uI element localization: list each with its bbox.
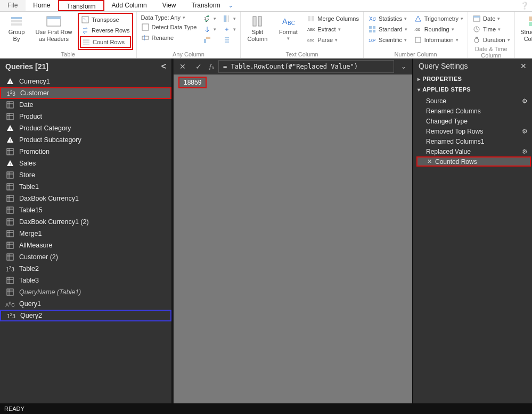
applied-step[interactable]: Replaced Value⚙ (416, 146, 531, 156)
query-item[interactable]: !Product Category (0, 122, 171, 134)
svg-rect-19 (228, 15, 229, 22)
extract-button[interactable]: ABC Extract ▾ (306, 24, 360, 34)
standard-button[interactable]: Standard ▾ (367, 24, 408, 34)
applied-steps-header[interactable]: APPLIED STEPS (413, 84, 532, 95)
parse-button[interactable]: abc Parse ▾ (306, 35, 360, 45)
properties-header[interactable]: PROPERTIES (413, 73, 532, 84)
step-label: Removed Top Rows (426, 128, 483, 135)
transpose-button[interactable]: Transpose (80, 15, 131, 24)
count-rows-button[interactable]: Count Rows (80, 36, 131, 48)
group-by-button[interactable]: Group By (3, 13, 30, 42)
query-type-icon (5, 101, 15, 109)
query-item[interactable]: Table3 (0, 275, 171, 286)
query-item[interactable]: Store (0, 169, 171, 181)
query-item[interactable]: Customer (2) (0, 251, 171, 263)
date-button[interactable]: Date ▾ (471, 14, 511, 23)
dropdown-icon: ▾ (405, 27, 407, 32)
step-settings-icon[interactable]: ⚙ (522, 148, 528, 155)
query-item[interactable]: QueryName (Table1) (0, 286, 171, 298)
help-icon[interactable]: ❔ (520, 2, 529, 10)
delete-step-icon[interactable]: ✕ (427, 158, 432, 165)
query-item[interactable]: Merge1 (0, 228, 171, 239)
replace-values-button[interactable]: 12 ▾ (202, 14, 217, 23)
ribbon-group-table: Group By Use First Row as Headers Transp… (0, 12, 137, 58)
query-item[interactable]: 123Customer (0, 87, 171, 99)
tab-home[interactable]: Home (26, 0, 58, 11)
data-type-button[interactable]: Data Type: Any ▾ (140, 14, 198, 21)
query-item[interactable]: Product (0, 111, 171, 122)
pivot-button[interactable] (202, 35, 217, 45)
detect-data-type-button[interactable]: Detect Data Type (140, 22, 198, 32)
rename-label: Rename (152, 35, 174, 41)
query-item-label: Table3 (19, 277, 39, 284)
query-item[interactable]: DaxBook Currency1 (0, 193, 171, 204)
query-item[interactable]: ABCQuery1 (0, 298, 171, 310)
query-item[interactable]: Promotion (0, 146, 171, 158)
expand-formula-icon[interactable]: ⌄ (398, 63, 409, 70)
applied-step[interactable]: ✕Counted Rows (416, 156, 531, 167)
svg-rect-74 (7, 219, 13, 225)
structured-column-button[interactable]: Structured Column ▾ (518, 13, 532, 48)
svg-rect-38 (415, 37, 421, 43)
applied-step[interactable]: Changed Type (416, 116, 531, 126)
fill-button[interactable]: ▾ (202, 24, 217, 34)
svg-text:abc: abc (307, 38, 314, 43)
query-item[interactable]: Table15 (0, 204, 171, 216)
query-type-icon: ABC (5, 301, 15, 308)
cancel-formula-icon[interactable]: ✕ (177, 62, 189, 71)
query-type-icon: ! (5, 78, 15, 85)
scientific-button[interactable]: 10² Scientific ▾ (367, 35, 408, 45)
applied-step[interactable]: Removed Top Rows⚙ (416, 126, 531, 136)
split-column-button[interactable]: Split Column (244, 13, 271, 42)
svg-rect-80 (7, 242, 13, 249)
tab-transform-2[interactable]: Transform (184, 0, 228, 11)
tab-view[interactable]: View (155, 0, 184, 11)
query-item[interactable]: 123Query2 (0, 310, 171, 321)
applied-step[interactable]: Source⚙ (416, 96, 531, 106)
query-item-label: Query1 (19, 300, 41, 308)
result-area: 18859 (174, 74, 412, 403)
query-item[interactable]: !Sales (0, 158, 171, 169)
trigonometry-button[interactable]: Trigonometry ▾ (413, 14, 464, 23)
query-item[interactable]: Table1 (0, 181, 171, 193)
tab-file[interactable]: File (0, 0, 26, 11)
formula-input[interactable]: = Table.RowCount(#"Replaced Value") (218, 60, 394, 73)
use-first-row-button[interactable]: Use First Row as Headers (34, 13, 73, 42)
query-item[interactable]: !Currency1 (0, 76, 171, 87)
close-settings-icon[interactable]: ✕ (520, 62, 527, 70)
svg-text:!: ! (10, 127, 11, 131)
step-settings-icon[interactable]: ⚙ (522, 128, 528, 135)
rounding-button[interactable]: .00 Rounding ▾ (413, 24, 464, 34)
applied-step[interactable]: Renamed Columns (416, 106, 531, 116)
query-item[interactable]: 123Table2 (0, 263, 171, 275)
query-item[interactable]: Date (0, 99, 171, 111)
query-item[interactable]: DaxBook Currency1 (2) (0, 216, 171, 228)
merge-columns-label: Merge Columns (317, 15, 359, 22)
merge-columns-button[interactable]: Merge Columns (306, 14, 360, 23)
unpivot-button[interactable]: ▾ (222, 14, 237, 23)
transpose-icon (81, 15, 89, 24)
rename-button[interactable]: Rename (140, 33, 198, 43)
move-button[interactable]: ▾ (222, 24, 237, 34)
duration-button[interactable]: Duration ▾ (471, 35, 511, 45)
reverse-rows-button[interactable]: Reverse Rows (80, 26, 131, 35)
tab-transform[interactable]: Transform (58, 0, 104, 11)
query-item[interactable]: !Product Subcategory (0, 134, 171, 146)
step-settings-icon[interactable]: ⚙ (522, 97, 528, 105)
information-button[interactable]: Information ▾ (413, 35, 464, 45)
format-button[interactable]: ABC Format ▾ (275, 13, 301, 41)
rename-icon (141, 34, 150, 42)
settings-title: Query Settings (419, 62, 468, 70)
query-item-label: Table2 (19, 265, 39, 272)
collapse-queries-icon[interactable]: < (161, 62, 166, 71)
trig-icon (414, 14, 422, 23)
time-button[interactable]: Time ▾ (471, 24, 511, 34)
query-type-icon: ! (5, 160, 15, 167)
tab-addcolumn[interactable]: Add Column (104, 0, 155, 11)
statistics-button[interactable]: Xσ Statistics ▾ (367, 14, 408, 23)
convert-to-list-button[interactable] (222, 35, 237, 45)
query-item[interactable]: AllMeasure (0, 239, 171, 251)
accept-formula-icon[interactable]: ✓ (193, 62, 204, 71)
applied-step[interactable]: Renamed Columns1 (416, 136, 531, 146)
ribbon-chevron-icon[interactable]: ⌄ (228, 3, 233, 9)
